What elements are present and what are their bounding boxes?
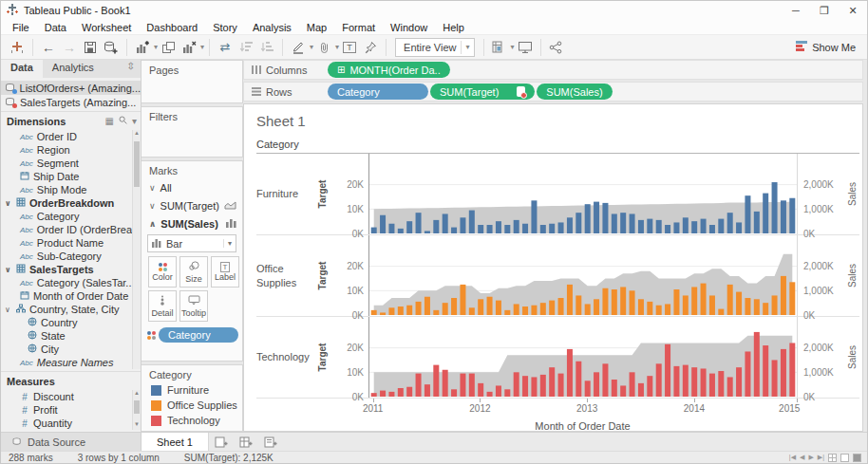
field-category[interactable]: AbcCategory [1, 210, 141, 223]
tab-data[interactable]: Data [1, 60, 43, 78]
tableau-home-button[interactable] [7, 37, 28, 58]
field-sub-category[interactable]: AbcSub-Category [1, 250, 141, 263]
show-sheet-sorter-button[interactable] [828, 454, 837, 462]
menu-file[interactable]: File [5, 22, 37, 33]
undo-button[interactable]: ← [38, 37, 59, 58]
mark-type-dropdown[interactable]: Bar ▾ [147, 234, 236, 252]
expand-caret[interactable]: ∨ [5, 199, 12, 208]
layer-caret[interactable]: ∨ [149, 201, 156, 211]
columns-shelf[interactable]: Columns ⊞MONTH(Order Da.. [243, 60, 863, 80]
field-quantity[interactable]: #Quantity [1, 417, 141, 430]
field-product-name[interactable]: AbcProduct Name [1, 236, 141, 250]
sort-ascending-button[interactable] [236, 37, 256, 58]
field-ship-date[interactable]: Ship Date [1, 170, 141, 183]
show-me-button[interactable]: Show Me [796, 41, 861, 54]
field-region[interactable]: AbcRegion [1, 143, 141, 157]
new-story-tab-button[interactable] [258, 433, 283, 451]
menu-story[interactable]: Story [205, 22, 245, 33]
group-members-button[interactable] [313, 37, 334, 58]
tooltip-button[interactable]: Tooltip [179, 290, 208, 322]
size-button[interactable]: Size [179, 256, 208, 288]
fit-selector[interactable]: Entire View ▾ [395, 38, 474, 57]
clear-sheet-button[interactable] [179, 37, 199, 58]
restore-button[interactable]: ❐ [810, 1, 839, 20]
color-button[interactable]: Color [148, 256, 177, 288]
menu-help[interactable]: Help [435, 22, 472, 33]
dimensions-menu-caret[interactable]: ▾ [132, 116, 137, 126]
marks-layer-all[interactable]: ∨ All [142, 178, 242, 196]
field-discount[interactable]: #Discount [1, 390, 141, 403]
legend-item-technology[interactable]: Technology [142, 413, 242, 428]
label-button[interactable]: T Label [211, 256, 239, 288]
marks-layer-sum-target-[interactable]: ∨ SUM(Target) [142, 196, 242, 214]
field-order-id[interactable]: AbcOrder ID [1, 130, 141, 143]
pill-sum-target-[interactable]: SUM(Target) [430, 84, 535, 100]
pill-sum-sales-[interactable]: SUM(Sales) [537, 84, 612, 100]
field-city[interactable]: City [1, 343, 141, 356]
data-source-item[interactable]: ListOfOrders+ (Amazing... [1, 81, 141, 95]
row-label-technology[interactable]: Technology [256, 317, 315, 398]
data-source-tab[interactable]: Data Source [1, 433, 142, 451]
layer-caret[interactable]: ∨ [149, 183, 156, 193]
menu-data[interactable]: Data [37, 22, 74, 33]
row-label-office-supplies[interactable]: OfficeSupplies [256, 235, 315, 316]
pages-card[interactable]: Pages [142, 60, 243, 103]
last-sheet-button[interactable]: ▶| [818, 454, 824, 461]
chart-pane-office-supplies[interactable] [368, 235, 797, 316]
menu-dashboard[interactable]: Dashboard [139, 22, 205, 33]
show-mark-labels-button[interactable]: T [339, 37, 360, 58]
field-order-id-orderbrea-[interactable]: AbcOrder ID (OrderBrea... [1, 223, 141, 236]
detail-button[interactable]: Detail [148, 290, 177, 322]
legend-item-furniture[interactable]: Furniture [142, 382, 242, 398]
field-measure-names[interactable]: AbcMeasure Names [1, 356, 141, 369]
menu-map[interactable]: Map [299, 22, 334, 33]
highlight-button[interactable] [288, 37, 309, 58]
data-source-item[interactable]: SalesTargets (Amazing... [1, 95, 141, 109]
sort-descending-button[interactable] [256, 37, 277, 58]
duplicate-sheet-button[interactable] [158, 37, 179, 58]
find-field-icon[interactable] [119, 116, 127, 126]
view-data-grid-icon[interactable]: ▦ [105, 116, 114, 126]
menu-window[interactable]: Window [383, 22, 435, 33]
close-button[interactable]: ✕ [839, 1, 867, 20]
new-worksheet-tab-button[interactable] [209, 433, 234, 451]
marks-category-pill[interactable]: Category [159, 327, 238, 343]
redo-button[interactable]: → [59, 37, 80, 58]
menu-analysis[interactable]: Analysis [245, 22, 299, 33]
legend-item-office-supplies[interactable]: Office Supplies [142, 398, 242, 413]
first-sheet-button[interactable]: |◀ [789, 454, 796, 461]
filters-card[interactable]: Filters [142, 106, 243, 158]
prev-sheet-button[interactable]: ◀ [800, 454, 804, 461]
fix-axes-button[interactable] [360, 37, 381, 58]
field-orderbreakdown[interactable]: ∨OrderBreakdown [1, 196, 141, 210]
field-state[interactable]: State [1, 329, 141, 343]
chart-pane-technology[interactable] [368, 317, 797, 398]
tab-analytics[interactable]: Analytics [43, 60, 104, 78]
field-month-of-order-date[interactable]: Month of Order Date [1, 289, 141, 303]
pane-pin-icon[interactable]: ⇳ [127, 60, 141, 78]
pill-category[interactable]: Category [328, 84, 428, 100]
show-hide-cards-button[interactable] [489, 37, 510, 58]
save-button[interactable] [80, 37, 101, 58]
clear-sheet-caret[interactable]: ▾ [200, 43, 204, 51]
field-ship-mode[interactable]: AbcShip Mode [1, 183, 141, 196]
marks-layer-sum-sales-[interactable]: ∧ SUM(Sales) [142, 214, 242, 232]
field-segment[interactable]: AbcSegment [1, 157, 141, 170]
menu-format[interactable]: Format [334, 22, 383, 33]
category-column-header[interactable]: Category [256, 139, 859, 154]
dimensions-scrollbar[interactable]: ▲ [132, 130, 141, 369]
layer-caret[interactable]: ∧ [149, 219, 156, 229]
new-data-source-button[interactable] [101, 37, 122, 58]
next-sheet-button[interactable]: ▶ [808, 454, 813, 461]
sheet1-tab[interactable]: Sheet 1 [142, 433, 209, 451]
measures-scrollbar[interactable]: ▲▼ [132, 390, 141, 430]
expand-caret[interactable]: ∨ [5, 306, 12, 314]
field-category-salestar-[interactable]: AbcCategory (SalesTar... [1, 276, 141, 289]
new-dashboard-tab-button[interactable] [234, 433, 258, 451]
field-country-state-city[interactable]: ∨Country, State, City [1, 303, 141, 316]
presentation-mode-button[interactable] [515, 37, 536, 58]
swap-axes-button[interactable]: ⇄ [215, 37, 236, 58]
pill-month-order-da-[interactable]: ⊞MONTH(Order Da.. [328, 62, 450, 78]
rows-shelf[interactable]: Rows CategorySUM(Target)SUM(Sales) [243, 82, 863, 102]
field-salestargets[interactable]: ∨SalesTargets [1, 263, 141, 276]
